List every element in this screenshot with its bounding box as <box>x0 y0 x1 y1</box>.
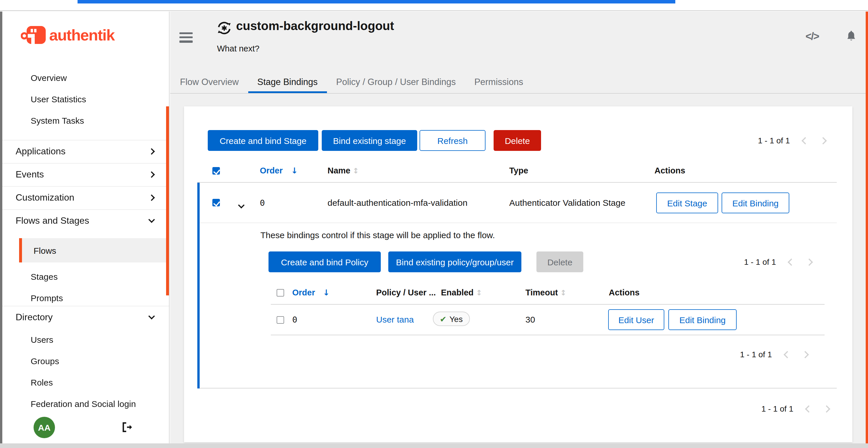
sort-descending-icon[interactable]: ↓ <box>291 166 298 175</box>
notifications-bell-icon[interactable] <box>845 30 858 45</box>
pagination-label: 1 - 1 of 1 <box>744 257 776 267</box>
window-left-edge <box>0 11 2 443</box>
sidebar-scrollbar[interactable] <box>166 106 169 296</box>
tab-flow-overview[interactable]: Flow Overview <box>171 72 248 93</box>
sidebar-group-customization[interactable]: Customization <box>2 186 169 209</box>
sidebar-item-prompts[interactable]: Prompts <box>2 287 169 309</box>
sidebar-item-stages[interactable]: Stages <box>2 266 169 287</box>
pagination-next-icon[interactable] <box>806 258 813 265</box>
sidebar-item-system-tasks[interactable]: System Tasks <box>2 110 169 131</box>
tab-permissions[interactable]: Permissions <box>465 72 532 93</box>
column-enabled[interactable]: Enabled ↕ <box>441 288 482 297</box>
sidebar-item-federation-social-login[interactable]: Federation and Social login <box>2 393 169 414</box>
sidebar-item-user-statistics[interactable]: User Statistics <box>2 89 169 110</box>
sort-toggle-icon: ↕ <box>560 288 566 297</box>
cell-order: 0 <box>260 198 265 208</box>
logout-icon[interactable] <box>120 421 133 435</box>
page-subtitle: What next? <box>217 44 259 53</box>
sidebar-toggle-button[interactable] <box>179 32 193 45</box>
pagination-top: 1 - 1 of 1 <box>758 130 826 151</box>
edit-binding-button[interactable]: Edit Binding <box>722 193 789 213</box>
sort-toggle-icon: ↕ <box>353 167 359 175</box>
sort-descending-icon[interactable]: ↓ <box>323 288 330 297</box>
pagination-label: 1 - 1 of 1 <box>740 350 772 359</box>
sidebar-item-users[interactable]: Users <box>2 329 169 350</box>
pagination-next-icon[interactable] <box>819 137 827 144</box>
column-order[interactable]: Order <box>260 166 283 175</box>
sidebar-group-events[interactable]: Events <box>2 163 169 186</box>
pagination-bottom: 1 - 1 of 1 <box>761 398 829 419</box>
api-code-icon[interactable]: </> <box>806 31 819 43</box>
row-checkbox[interactable] <box>277 316 284 324</box>
create-and-bind-stage-button[interactable]: Create and bind Stage <box>208 130 318 151</box>
column-actions: Actions <box>654 166 685 175</box>
tab-stage-bindings[interactable]: Stage Bindings <box>248 72 327 93</box>
pagination-prev-icon[interactable] <box>783 351 791 358</box>
pagination-next-icon[interactable] <box>823 405 830 412</box>
tab-policy-group-user-bindings[interactable]: Policy / Group / User Bindings <box>327 72 465 93</box>
bindings-description: These bindings control if this stage wil… <box>260 230 495 240</box>
pagination-next-icon[interactable] <box>802 351 809 358</box>
column-order[interactable]: Order <box>292 288 315 297</box>
delete-button[interactable]: Delete <box>494 130 541 151</box>
cell-type: Authenticator Validation Stage <box>509 198 625 208</box>
sidebar-group-applications[interactable]: Applications <box>2 140 169 163</box>
row-expander-chevron-down-icon[interactable] <box>239 200 244 210</box>
create-and-bind-policy-button[interactable]: Create and bind Policy <box>269 251 381 272</box>
cell-order: 0 <box>292 315 297 324</box>
stage-binding-row: 0 default-authentication-mfa-validation … <box>197 183 837 223</box>
pagination-prev-icon[interactable] <box>787 258 795 265</box>
sidebar-item-flows[interactable]: Flows <box>19 238 168 263</box>
sort-toggle-icon: ↕ <box>476 288 482 297</box>
edit-user-button[interactable]: Edit User <box>608 309 664 330</box>
chevron-right-icon <box>148 148 155 155</box>
authentik-logo[interactable]: authentik <box>21 26 115 45</box>
sidebar: authentik Overview User Statistics Syste… <box>2 11 169 443</box>
page-scrollbar[interactable] <box>866 11 868 443</box>
page-title: custom-background-logout <box>236 19 394 33</box>
enabled-badge: ✔ Yes <box>433 312 470 326</box>
refresh-button[interactable]: Refresh <box>420 130 486 151</box>
sidebar-group-directory[interactable]: Directory <box>2 306 169 329</box>
sidebar-item-groups[interactable]: Groups <box>2 350 169 372</box>
column-actions: Actions <box>609 288 640 297</box>
row-checkbox[interactable] <box>212 199 220 206</box>
chevron-down-icon <box>148 216 155 223</box>
main-area: custom-background-logout What next? </> … <box>170 11 868 443</box>
pagination-inner: 1 - 1 of 1 <box>744 251 812 272</box>
pagination-prev-icon[interactable] <box>805 405 812 412</box>
policy-user-link[interactable]: User tana <box>376 314 414 324</box>
sidebar-item-overview[interactable]: Overview <box>2 67 169 89</box>
column-name[interactable]: Name ↕ <box>328 166 359 175</box>
delete-policy-button[interactable]: Delete <box>536 251 583 272</box>
stage-bindings-card: Create and bind Stage Bind existing stag… <box>184 106 852 442</box>
bind-existing-stage-button[interactable]: Bind existing stage <box>322 130 417 151</box>
edit-binding-button[interactable]: Edit Binding <box>669 309 737 330</box>
flow-icon <box>216 20 232 38</box>
authentik-logo-icon <box>21 26 46 45</box>
policy-table-header: Order ↓ Policy / User ... Enabled ↕ Time… <box>271 281 825 305</box>
pagination-prev-icon[interactable] <box>802 137 809 144</box>
cell-timeout: 30 <box>525 314 535 324</box>
sidebar-item-roles[interactable]: Roles <box>2 372 169 393</box>
expanded-policy-section: These bindings control if this stage wil… <box>199 223 837 388</box>
window-bottom-edge <box>0 443 868 448</box>
pagination-label: 1 - 1 of 1 <box>761 404 793 413</box>
select-all-checkbox[interactable] <box>277 289 284 297</box>
column-timeout[interactable]: Timeout ↕ <box>525 288 566 297</box>
user-avatar[interactable]: AA <box>34 417 55 438</box>
bind-existing-policy-button[interactable]: Bind existing policy/group/user <box>388 251 521 272</box>
app-window: authentik Overview User Statistics Syste… <box>0 0 868 448</box>
column-policy-user: Policy / User ... <box>376 288 436 297</box>
pagination-inner-bottom: 1 - 1 of 1 <box>740 344 808 365</box>
tab-bar: Flow Overview Stage Bindings Policy / Gr… <box>170 72 868 94</box>
select-all-checkbox[interactable] <box>212 167 220 175</box>
sidebar-group-flows-and-stages[interactable]: Flows and Stages <box>2 209 169 232</box>
pagination-label: 1 - 1 of 1 <box>758 136 790 145</box>
enabled-label: Yes <box>450 314 463 323</box>
cell-name: default-authentication-mfa-validation <box>328 198 468 208</box>
chevron-right-icon <box>148 171 155 178</box>
stage-table-header: Order ↓ Name ↕ Type Actions <box>197 160 837 183</box>
chevron-right-icon <box>148 195 155 201</box>
edit-stage-button[interactable]: Edit Stage <box>656 193 718 213</box>
